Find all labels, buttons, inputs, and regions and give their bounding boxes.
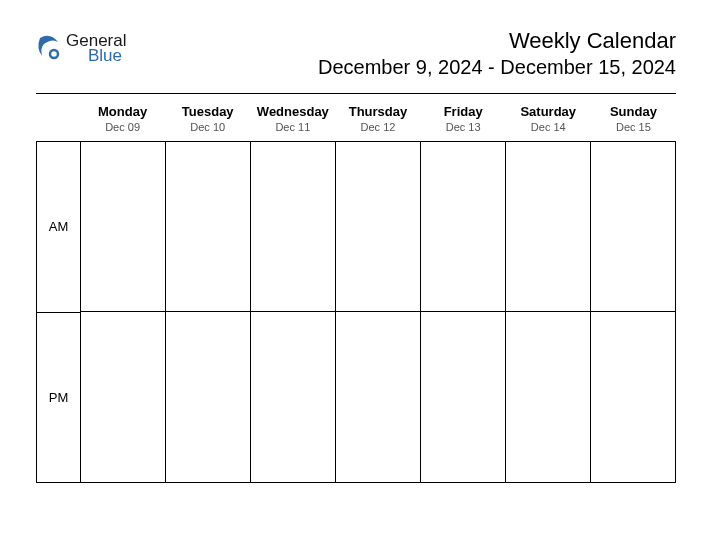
header: General Blue Weekly Calendar December 9,… <box>36 28 676 79</box>
cells <box>81 142 675 482</box>
date-range: December 9, 2024 - December 15, 2024 <box>318 56 676 79</box>
cell <box>251 142 336 311</box>
cell <box>166 142 251 311</box>
day-header: Thursday Dec 12 <box>335 100 420 141</box>
day-headers: Monday Dec 09 Tuesday Dec 10 Wednesday D… <box>80 100 676 141</box>
day-header: Friday Dec 13 <box>421 100 506 141</box>
calendar-grid: AM PM <box>36 141 676 483</box>
day-date: Dec 15 <box>591 121 676 133</box>
day-name: Thursday <box>335 104 420 119</box>
row-label-pm: PM <box>37 313 80 483</box>
day-date: Dec 09 <box>80 121 165 133</box>
cell <box>421 142 506 311</box>
logo-swoosh-icon <box>36 32 62 64</box>
cell <box>336 312 421 482</box>
cell <box>591 142 675 311</box>
cell <box>81 142 166 311</box>
day-date: Dec 12 <box>335 121 420 133</box>
day-name: Friday <box>421 104 506 119</box>
header-divider <box>36 93 676 94</box>
day-header: Saturday Dec 14 <box>506 100 591 141</box>
day-name: Sunday <box>591 104 676 119</box>
cell-row-pm <box>81 312 675 482</box>
logo-text-blue: Blue <box>88 47 126 64</box>
day-header: Monday Dec 09 <box>80 100 165 141</box>
row-labels: AM PM <box>37 142 81 482</box>
title-block: Weekly Calendar December 9, 2024 - Decem… <box>318 28 676 79</box>
row-label-am: AM <box>37 142 80 313</box>
day-date: Dec 11 <box>250 121 335 133</box>
day-name: Monday <box>80 104 165 119</box>
day-name: Wednesday <box>250 104 335 119</box>
cell <box>506 312 591 482</box>
day-name: Saturday <box>506 104 591 119</box>
day-header: Wednesday Dec 11 <box>250 100 335 141</box>
cell <box>336 142 421 311</box>
cell <box>591 312 675 482</box>
day-header: Sunday Dec 15 <box>591 100 676 141</box>
cell <box>166 312 251 482</box>
day-date: Dec 10 <box>165 121 250 133</box>
day-name: Tuesday <box>165 104 250 119</box>
cell-row-am <box>81 142 675 312</box>
cell <box>421 312 506 482</box>
day-date: Dec 14 <box>506 121 591 133</box>
cell <box>506 142 591 311</box>
logo: General Blue <box>36 32 126 64</box>
page-title: Weekly Calendar <box>318 28 676 54</box>
day-header: Tuesday Dec 10 <box>165 100 250 141</box>
svg-point-0 <box>50 50 58 58</box>
logo-text: General Blue <box>66 32 126 64</box>
cell <box>251 312 336 482</box>
cell <box>81 312 166 482</box>
day-date: Dec 13 <box>421 121 506 133</box>
